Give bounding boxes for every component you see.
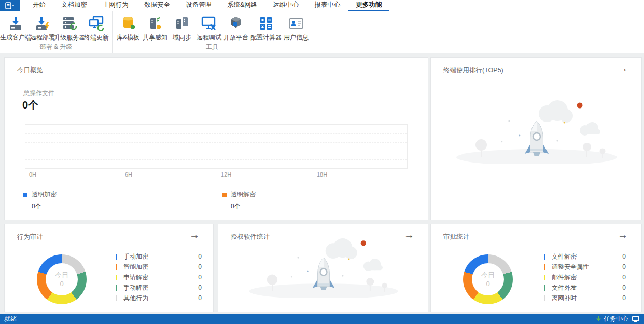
card-title: 今日概览 [17,66,43,75]
legend-value: 0 [198,284,202,291]
legend-label: 智能加密 [123,263,148,272]
legend-label: 文件外发 [552,284,577,292]
status-bar: 就绪 任务中心 [0,314,644,324]
tab-system-network[interactable]: 系统&网络 [219,0,265,11]
tab-ops-center[interactable]: 运维中心 [265,0,306,11]
config-calculator-button[interactable]: 配置计算器 [249,14,283,42]
ribbon-toolbar: 生成客户端 远程部署 [0,11,644,53]
open-platform-button[interactable]: 开放平台 [222,14,249,42]
legend-value: 0 [198,263,202,271]
legend-marker [544,275,545,280]
legend-value: 0 [198,274,202,281]
total-files-label: 总操作文件 [23,89,54,98]
legend-row: 申请解密0 [116,272,202,282]
legend-label: 文件解密 [552,252,577,261]
domain-sync-button[interactable]: 域同步 [169,14,195,42]
deploy-lightning-icon [34,15,51,32]
tab-report-center[interactable]: 报表中心 [306,0,348,11]
ribbon-group-deploy-upgrade: 生成客户端 远程部署 [0,11,113,53]
hourly-line-chart [25,124,408,169]
remote-deploy-button[interactable]: 远程部署 [29,14,56,42]
button-label: 升级服务器 [54,33,85,42]
legend-transparent-decrypt: 透明解密 0个 [222,190,256,211]
dashboard-content: 今日概览 总操作文件 0个 0H 6H 12H 18H 透明加密 0个 透明解密… [0,53,644,314]
legend-marker [116,285,117,291]
user-info-button[interactable]: 用户信息 [283,14,310,42]
legend-marker [544,285,545,291]
open-detail-arrow[interactable]: → [189,230,200,240]
button-label: 终端更新 [84,33,109,42]
computer-status-icon[interactable] [632,316,640,322]
legend-label: 其他行为 [123,294,148,303]
open-detail-arrow[interactable]: → [618,63,628,73]
legend-value: 0个 [231,202,256,211]
approval-donut-chart: 今日 0 [463,254,513,304]
donut-center-value: 0 [60,279,63,288]
button-label: 生成客户端 [0,33,31,42]
legend-marker [116,254,117,260]
total-files-value: 0个 [22,98,38,112]
legend-row: 手动解密0 [116,282,202,293]
server-refresh-icon [61,15,78,32]
terminal-update-button[interactable]: 终端更新 [83,14,110,42]
remote-debug-button[interactable]: 远程调试 [195,14,222,42]
approval-stats-card: 审批统计 → 今日 0 文件解密0 调整安全属性0 邮件解密0 文件外发0 离网… [430,224,642,312]
legend-marker [116,295,117,301]
legend-marker [544,295,545,301]
legend-label: 申请解密 [123,273,148,282]
tab-web-behavior[interactable]: 上网行为 [95,0,136,11]
tab-list: 开始 文档加密 上网行为 数据安全 设备管理 系统&网络 运维中心 报表中心 更… [25,0,389,11]
x-tick-0h: 0H [29,171,36,178]
legend-label: 手动加密 [123,252,148,261]
donut-center: 今日 0 [472,263,504,295]
app-window: 开始 文档加密 上网行为 数据安全 设备管理 系统&网络 运维中心 报表中心 更… [0,0,644,324]
task-center-button[interactable]: 任务中心 [596,315,628,323]
button-label: 库&模板 [117,33,139,42]
open-platform-icon [227,15,245,32]
upgrade-server-button[interactable]: 升级服务器 [56,14,83,42]
behavior-audit-card: 行为审计 → 今日 0 手动加密0 智能加密0 申请解密0 手动解密0 其他行为… [4,224,214,312]
ribbon-group-tools: 库&模板 共享感知 [113,11,312,53]
legend-value: 0 [622,274,626,281]
calculator-icon [257,15,275,32]
today-overview-card: 今日概览 总操作文件 0个 0H 6H 12H 18H 透明加密 0个 透明解密… [4,57,428,220]
status-ready-text: 就绪 [4,315,17,323]
button-label: 开放平台 [223,33,248,42]
licensed-software-card: 授权软件统计 → [218,224,428,312]
donut-center-label: 今日 [481,271,495,279]
legend-row: 调整安全属性0 [544,262,626,272]
terminal-ranking-card: 终端使用排行(TOP5) → [430,57,642,220]
tab-doc-encryption[interactable]: 文档加密 [53,0,95,11]
button-label: 用户信息 [284,33,309,42]
user-card-icon [287,15,305,32]
tab-more-features[interactable]: 更多功能 [348,0,389,11]
zero-data-line [25,168,407,168]
open-detail-arrow[interactable]: → [618,230,628,240]
x-tick-18h: 18H [317,171,327,178]
library-template-button[interactable]: 库&模板 [115,14,142,42]
legend-row: 离网补时0 [544,293,626,303]
tab-device-management[interactable]: 设备管理 [178,0,219,11]
behavior-donut-chart: 今日 0 [37,254,87,304]
legend-label: 透明加密 [32,191,57,198]
card-title: 终端使用排行(TOP5) [443,66,503,75]
button-label: 配置计算器 [250,33,282,42]
legend-marker [544,254,545,260]
legend-label: 离网补时 [552,294,577,303]
download-arrow-icon [596,316,601,322]
legend-value: 0 [198,294,202,302]
x-tick-12h: 12H [221,171,231,178]
button-label: 域同步 [173,33,191,42]
tab-home[interactable]: 开始 [25,0,53,11]
tab-data-security[interactable]: 数据安全 [136,0,178,11]
legend-row: 邮件解密0 [544,272,626,282]
legend-value: 0 [622,294,626,302]
client-download-icon [7,15,24,32]
empty-state-rocket-illustration [451,94,622,164]
terminal-refresh-icon [88,15,105,32]
generate-client-button[interactable]: 生成客户端 [2,14,29,42]
legend-value: 0 [622,263,626,271]
app-menu-button[interactable] [0,0,20,11]
x-tick-6h: 6H [125,171,132,178]
share-awareness-button[interactable]: 共享感知 [142,14,169,42]
